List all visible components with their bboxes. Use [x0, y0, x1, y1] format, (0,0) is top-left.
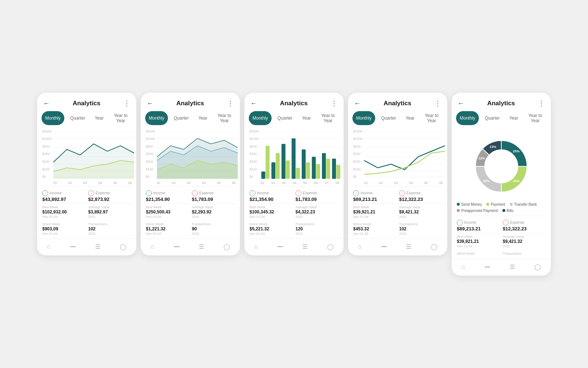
nav-home-icon[interactable]: ⌂ — [358, 243, 362, 250]
back-button[interactable]: ← — [354, 100, 361, 107]
more-button[interactable]: ⋮ — [227, 99, 234, 107]
nav-activity-icon[interactable]: ⸻ — [173, 243, 179, 250]
tab-monthly[interactable]: Monthly — [456, 111, 479, 125]
nav-menu-icon[interactable]: ☰ — [199, 243, 204, 250]
y-label: $150 — [250, 167, 259, 171]
chart-svg — [157, 131, 236, 180]
screen-title: Analytics — [487, 100, 515, 107]
tab-year-to-year[interactable]: Year to Year — [524, 111, 546, 125]
detail-value: $100,345.32 — [250, 209, 293, 215]
detail-value: $9,421.32 — [399, 209, 442, 215]
detail-item: Average Value $9,421.32 2022 — [503, 235, 546, 248]
tab-quarter[interactable]: Quarter — [67, 111, 89, 125]
tab-monthly[interactable]: Monthly — [249, 111, 272, 125]
screen-title: Analytics — [73, 100, 101, 107]
tab-year-to-year[interactable]: Year to Year — [213, 111, 236, 125]
detail-sub: Nov 01-04 — [250, 232, 293, 236]
screen-header: ← Analytics ⋮ — [348, 93, 447, 111]
bottom-nav: ⌂ ⸻ ☰ ◯ — [348, 238, 447, 255]
tab-quarter[interactable]: Quarter — [481, 111, 503, 125]
screen-title: Analytics — [176, 100, 204, 107]
detail-sub: Nov 01-04 — [250, 215, 293, 219]
legend-label: Send Money — [461, 202, 482, 206]
x-label: 03 — [394, 181, 398, 185]
expense-stat: ↓ Expense $1,783.09 — [192, 190, 235, 202]
expense-icon: ↓ — [503, 220, 509, 226]
expense-label: ↓ Expense — [503, 220, 546, 226]
detail-sub: Nov 01-04 — [146, 232, 189, 236]
svg-rect-21 — [261, 171, 265, 179]
x-label: 02 — [379, 181, 383, 185]
income-icon: ↑ — [146, 190, 152, 196]
more-button[interactable]: ⋮ — [123, 99, 130, 107]
nav-home-icon[interactable]: ⌂ — [47, 243, 51, 250]
back-button[interactable]: ← — [458, 100, 464, 107]
detail-value: $250,500.43 — [146, 209, 189, 215]
tab-quarter[interactable]: Quarter — [274, 111, 296, 125]
svg-text:13%: 13% — [490, 145, 496, 148]
tab-year[interactable]: Year — [506, 111, 522, 125]
screen-screen4: ← Analytics ⋮ MonthlyQuarterYearYear to … — [348, 93, 447, 255]
tab-year[interactable]: Year — [402, 111, 418, 125]
tab-year-to-year[interactable]: Year to Year — [317, 111, 339, 125]
tab-year[interactable]: Year — [91, 111, 107, 125]
back-button[interactable]: ← — [250, 100, 257, 107]
y-label: $0 — [42, 175, 51, 178]
detail-value: $39,921.21 — [353, 209, 396, 215]
income-stat: ↑ Income $21,354.90 — [250, 190, 293, 202]
x-axis-labels: 010203040506 — [157, 180, 236, 186]
tab-year[interactable]: Year — [195, 111, 211, 125]
svg-text:12%: 12% — [478, 156, 485, 160]
nav-activity-icon[interactable]: ⸻ — [70, 243, 76, 250]
nav-activity-icon[interactable]: ⸻ — [277, 243, 283, 250]
tab-year-to-year[interactable]: Year to Year — [110, 111, 132, 125]
back-button[interactable]: ← — [147, 100, 153, 107]
nav-profile-icon[interactable]: ◯ — [431, 243, 437, 250]
chart-legend: Send Money Payment Transfer Bank Preappr… — [452, 201, 551, 216]
tab-quarter[interactable]: Quarter — [170, 111, 193, 125]
detail-sub: Nov 01-04 — [146, 215, 189, 219]
nav-menu-icon[interactable]: ☰ — [510, 263, 515, 270]
nav-activity-icon[interactable]: ⸻ — [381, 243, 387, 250]
income-value: $21,354.90 — [146, 197, 189, 202]
nav-activity-icon[interactable]: ⸻ — [484, 263, 490, 270]
detail-sub: Nov 01-04 — [353, 215, 396, 219]
nav-menu-icon[interactable]: ☰ — [406, 243, 411, 250]
more-button[interactable]: ⋮ — [434, 99, 441, 107]
tab-monthly[interactable]: Monthly — [42, 111, 64, 125]
detail-value: 102 — [88, 226, 131, 231]
x-label: 04 — [409, 181, 413, 185]
nav-home-icon[interactable]: ⌂ — [462, 263, 465, 270]
nav-profile-icon[interactable]: ◯ — [327, 243, 334, 250]
y-axis-labels: $2000$1000$500$250$200$150$0 — [42, 130, 51, 179]
nav-home-icon[interactable]: ⌂ — [151, 243, 154, 250]
tab-monthly[interactable]: Monthly — [145, 111, 168, 125]
detail-item: Transactions 120 2022 — [295, 222, 338, 236]
y-label: $500 — [250, 145, 259, 148]
nav-menu-icon[interactable]: ☰ — [95, 243, 100, 250]
svg-rect-29 — [302, 149, 306, 179]
detail-item: Worst Week $903,09 Nov 01-04 — [42, 222, 85, 236]
detail-sub: 2022 — [88, 232, 131, 236]
tab-year[interactable]: Year — [298, 111, 315, 125]
more-button[interactable]: ⋮ — [538, 99, 545, 107]
nav-profile-icon[interactable]: ◯ — [534, 263, 541, 270]
income-stat: ↑ Income $89,213.21 — [457, 220, 500, 231]
bottom-nav: ⌂ ⸻ ☰ ◯ — [452, 259, 551, 276]
detail-label: Transactions — [295, 222, 338, 226]
nav-profile-icon[interactable]: ◯ — [120, 243, 126, 250]
tab-monthly[interactable]: Monthly — [352, 111, 375, 125]
svg-rect-27 — [292, 138, 296, 179]
detail-sub: 2022 — [399, 232, 442, 236]
income-stat: ↑ Income $89,213.21 — [353, 190, 396, 202]
detail-value: $3,892.97 — [88, 209, 131, 215]
more-button[interactable]: ⋮ — [331, 99, 338, 107]
nav-menu-icon[interactable]: ☰ — [302, 243, 308, 250]
tab-quarter[interactable]: Quarter — [377, 111, 400, 125]
bottom-nav: ⌂ ⸻ ☰ ◯ — [37, 238, 136, 255]
nav-home-icon[interactable]: ⌂ — [254, 243, 258, 250]
y-label: $0 — [146, 175, 155, 178]
tab-year-to-year[interactable]: Year to Year — [420, 111, 443, 125]
nav-profile-icon[interactable]: ◯ — [223, 243, 230, 250]
back-button[interactable]: ← — [43, 100, 50, 107]
